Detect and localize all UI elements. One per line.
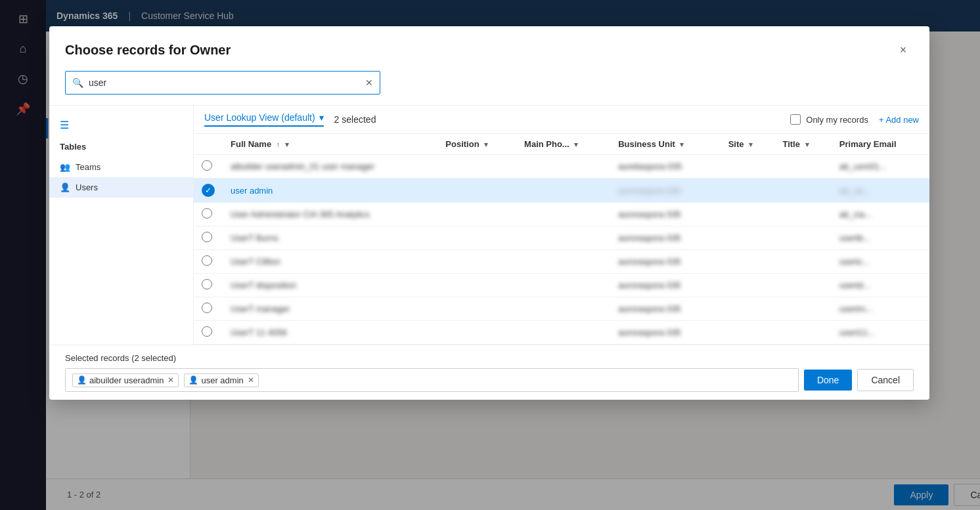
row-radio-btn[interactable]	[202, 303, 212, 313]
view-selector[interactable]: User Lookup View (default) ▾	[204, 112, 324, 127]
col-main-phone[interactable]: Main Pho... ▾	[516, 134, 610, 155]
col-select	[194, 134, 223, 155]
modal-sidebar-header: ☰	[49, 114, 193, 137]
row-business-unit: aureliaspora 035	[610, 155, 720, 179]
phone-filter-icon: ▾	[574, 140, 578, 148]
full-name-sort-icon: ↑	[277, 140, 280, 148]
done-button[interactable]: Done	[804, 370, 852, 391]
row-primary-email: ab_ua...	[832, 179, 929, 203]
row-select-cell[interactable]	[194, 321, 223, 345]
row-radio-btn[interactable]	[202, 232, 212, 242]
row-primary-email: usertc...	[832, 250, 929, 274]
full-name-filter-icon: ▾	[285, 140, 289, 148]
modal-body: ☰ Tables 👥 Teams 👤 Users User Lookup Vie…	[49, 105, 929, 345]
row-position	[437, 297, 516, 321]
col-site[interactable]: Site ▾	[721, 134, 775, 155]
row-site	[721, 179, 775, 203]
row-title	[774, 274, 831, 297]
row-business-unit: auroraspora 035	[610, 297, 720, 321]
row-main_phone	[516, 297, 610, 321]
table-row[interactable]: User Administrator CIA 365 Analyticsauro…	[194, 203, 929, 226]
row-title	[774, 226, 831, 250]
blurred-name: UserT 11 4056	[231, 328, 287, 337]
selected-tags-input[interactable]: 👤 aibuilder useradmin ✕ 👤 user admin ✕	[65, 368, 799, 392]
table-row[interactable]: UserT Cliftonauroraspora 035usertc...	[194, 250, 929, 274]
row-position	[437, 179, 516, 203]
only-my-records-checkbox[interactable]	[790, 114, 801, 125]
sidebar-item-users[interactable]: 👤 Users	[49, 177, 193, 198]
tag-user-icon: 👤	[189, 375, 198, 385]
row-business-unit: auroraspora 035	[610, 203, 720, 226]
tables-label: Tables	[49, 137, 193, 157]
row-primary-email: ab_cia...	[832, 203, 929, 226]
selected-tag: 👤 user admin ✕	[184, 373, 258, 387]
row-check-icon[interactable]: ✓	[202, 184, 215, 197]
modal-close-button[interactable]: ×	[893, 39, 914, 60]
only-my-records-label[interactable]: Only my records	[790, 114, 868, 125]
position-filter-icon: ▾	[484, 140, 488, 148]
row-primary-email: usertm...	[832, 297, 929, 321]
modal-title: Choose records for Owner	[65, 43, 231, 58]
row-site	[721, 321, 775, 345]
add-new-button[interactable]: + Add new	[879, 115, 919, 125]
table-row[interactable]: UserT 11 4056auroraspora 035usert11...	[194, 321, 929, 345]
row-title	[774, 203, 831, 226]
col-title[interactable]: Title ▾	[774, 134, 831, 155]
row-site	[721, 203, 775, 226]
table-row[interactable]: ✓user adminauroraspora 035ab_ua...	[194, 179, 929, 203]
selected-records-label: Selected records (2 selected)	[65, 353, 914, 363]
row-radio-btn[interactable]	[202, 326, 212, 337]
tag-label: aibuilder useradmin	[89, 375, 164, 385]
row-primary-email: ab_usm01...	[832, 155, 929, 179]
table-toolbar: User Lookup View (default) ▾ 2 selected …	[194, 106, 929, 134]
row-position	[437, 203, 516, 226]
table-container: Full Name ↑ ▾ Position ▾ Main Pho... ▾	[194, 134, 929, 345]
blurred-name: User Administrator CIA 365 Analytics	[231, 209, 370, 219]
row-radio-btn[interactable]	[202, 279, 212, 289]
teams-label: Teams	[76, 162, 100, 172]
row-select-cell[interactable]	[194, 297, 223, 321]
table-row[interactable]: UserT managerauroraspora 035usertm...	[194, 297, 929, 321]
sidebar-toggle-icon[interactable]: ☰	[60, 119, 69, 131]
row-radio-btn[interactable]	[202, 255, 212, 266]
blurred-name: aibuilder useradmin_01 user manager	[231, 161, 374, 171]
row-main_phone	[516, 226, 610, 250]
row-primary-email: usertb...	[832, 226, 929, 250]
table-body: aibuilder useradmin_01 user manageraurel…	[194, 155, 929, 345]
teams-icon: 👥	[60, 162, 70, 172]
table-row[interactable]: UserT Burnsauroraspora 035usertb...	[194, 226, 929, 250]
cancel-modal-button[interactable]: Cancel	[857, 369, 914, 391]
row-site	[721, 274, 775, 297]
row-select-cell[interactable]: ✓	[194, 179, 223, 203]
row-select-cell[interactable]	[194, 203, 223, 226]
sidebar-item-teams[interactable]: 👥 Teams	[49, 157, 193, 177]
row-name-link[interactable]: user admin	[231, 186, 273, 196]
toolbar-right: Only my records + Add new	[790, 114, 919, 125]
row-business-unit: auroraspora 035	[610, 226, 720, 250]
col-position[interactable]: Position ▾	[437, 134, 516, 155]
tag-remove-icon[interactable]: ✕	[167, 375, 174, 385]
row-select-cell[interactable]	[194, 226, 223, 250]
search-clear-icon[interactable]: ✕	[365, 77, 373, 88]
table-row[interactable]: aibuilder useradmin_01 user manageraurel…	[194, 155, 929, 179]
col-business-unit[interactable]: Business Unit ▾	[610, 134, 720, 155]
row-primary-email: usert11...	[832, 321, 929, 345]
row-select-cell[interactable]	[194, 274, 223, 297]
bu-filter-icon: ▾	[680, 140, 684, 148]
modal-main: User Lookup View (default) ▾ 2 selected …	[194, 106, 929, 345]
row-full-name[interactable]: user admin	[223, 179, 437, 203]
row-position	[437, 274, 516, 297]
search-icon: 🔍	[72, 77, 83, 88]
table-row[interactable]: UserT dispositionauroraspora 035usertd..…	[194, 274, 929, 297]
row-radio-btn[interactable]	[202, 208, 212, 219]
row-main_phone	[516, 155, 610, 179]
row-select-cell[interactable]	[194, 250, 223, 274]
row-title	[774, 155, 831, 179]
modal-header: Choose records for Owner ×	[49, 26, 929, 60]
row-select-cell[interactable]	[194, 155, 223, 179]
search-input[interactable]	[89, 77, 360, 88]
tag-remove-icon[interactable]: ✕	[248, 375, 254, 385]
col-full-name[interactable]: Full Name ↑ ▾	[223, 134, 437, 155]
row-radio-btn[interactable]	[202, 160, 212, 171]
row-title	[774, 250, 831, 274]
